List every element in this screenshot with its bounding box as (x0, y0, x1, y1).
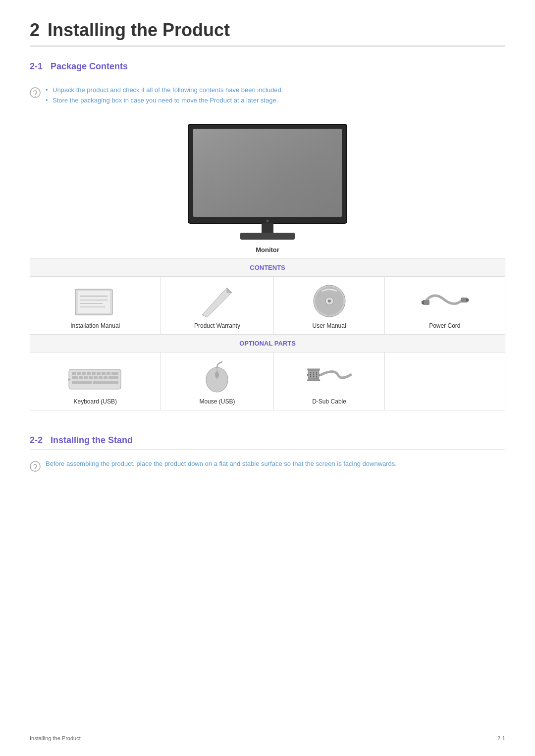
svg-point-19 (328, 300, 331, 302)
caution-text: Before assembling the product, place the… (46, 460, 397, 467)
empty-image (390, 366, 500, 401)
optional-item-mouse: Mouse (USB) (160, 353, 274, 410)
optional-header: OPTIONAL PARTS (239, 340, 296, 347)
keyboard-label: Keyboard (USB) (35, 398, 155, 405)
svg-point-51 (313, 374, 314, 375)
section-2-2: 2-2 Installing the Stand Before assembli… (30, 435, 505, 472)
svg-marker-48 (307, 369, 320, 371)
keyboard-image (35, 359, 155, 394)
svg-point-57 (313, 376, 314, 377)
user-manual-label: User Manual (279, 322, 379, 329)
caution-icon (30, 461, 41, 472)
note-icon (30, 87, 41, 98)
svg-rect-9 (78, 291, 110, 313)
product-warranty-image (165, 284, 268, 318)
svg-rect-40 (104, 376, 107, 379)
svg-point-7 (267, 220, 269, 222)
svg-point-46 (215, 371, 219, 378)
contents-item-installation-manual: Installation Manual (30, 277, 160, 335)
svg-point-54 (313, 372, 314, 373)
mouse-label: Mouse (USB) (165, 398, 268, 405)
section-title-2-1: Package Contents (51, 61, 128, 72)
product-warranty-svg (200, 285, 234, 317)
dsub-image (279, 359, 379, 394)
keyboard-svg (68, 362, 122, 392)
svg-rect-37 (89, 376, 93, 379)
svg-point-56 (310, 376, 311, 377)
contents-item-product-warranty: Product Warranty (160, 277, 274, 335)
monitor-image-container: Monitor (30, 122, 505, 253)
footer-right: 2-1 (497, 735, 505, 741)
svg-rect-4 (193, 129, 342, 217)
svg-point-62 (35, 470, 36, 471)
svg-rect-34 (72, 376, 78, 379)
footer-left: Installing the Product (30, 735, 81, 741)
svg-point-50 (310, 374, 311, 375)
chapter-header: 2Installing the Product (30, 20, 505, 47)
power-cord-image (390, 284, 500, 318)
svg-rect-35 (79, 376, 83, 379)
svg-rect-43 (93, 381, 118, 384)
dsub-svg (307, 361, 352, 393)
optional-item-empty (384, 353, 505, 410)
caution-block: Before assembling the product, place the… (30, 460, 505, 472)
installation-manual-svg (73, 285, 117, 317)
product-warranty-label: Product Warranty (165, 322, 268, 329)
svg-rect-38 (94, 376, 98, 379)
optional-item-keyboard: Keyboard (USB) (30, 353, 160, 410)
monitor-image (183, 122, 352, 242)
section-header-2-1: 2-1 Package Contents (30, 61, 505, 76)
svg-rect-26 (77, 372, 81, 375)
contents-table: CONTENTS Installa (30, 258, 505, 410)
svg-marker-49 (307, 379, 320, 381)
contents-item-power-cord: Power Cord (384, 277, 505, 335)
svg-rect-27 (82, 372, 86, 375)
chapter-title: Installing the Product (48, 20, 230, 40)
note-list: Unpack the product and check if all of t… (46, 86, 283, 107)
svg-point-52 (316, 374, 317, 375)
svg-point-58 (316, 376, 317, 377)
section-number-2-2: 2-2 (30, 435, 43, 446)
power-cord-label: Power Cord (390, 322, 500, 329)
svg-rect-23 (466, 299, 469, 302)
svg-point-53 (310, 372, 311, 373)
footer: Installing the Product 2-1 (30, 731, 505, 741)
note-item-2: Store the packaging box in case you need… (46, 97, 283, 104)
cd-svg (312, 284, 347, 318)
installation-manual-label: Installation Manual (35, 322, 155, 329)
svg-marker-15 (227, 288, 232, 293)
installation-manual-image (35, 284, 155, 318)
contents-header: CONTENTS (250, 264, 285, 271)
svg-rect-39 (99, 376, 103, 379)
section-title-2-2: Installing the Stand (51, 435, 133, 446)
svg-rect-59 (307, 374, 309, 376)
mouse-image (165, 359, 268, 394)
svg-rect-29 (92, 372, 96, 375)
section-number-2-1: 2-1 (30, 61, 43, 72)
svg-rect-21 (422, 301, 424, 304)
mouse-svg (200, 361, 234, 393)
svg-rect-6 (240, 233, 295, 240)
chapter-number: 2 (30, 20, 40, 40)
svg-rect-41 (108, 376, 118, 379)
contents-item-user-manual: User Manual (274, 277, 384, 335)
svg-rect-33 (111, 372, 118, 375)
note-block: Unpack the product and check if all of t… (30, 86, 505, 107)
optional-item-dsub: D-Sub Cable (274, 353, 384, 410)
section-2-1: 2-1 Package Contents Unpack the product … (30, 61, 505, 410)
svg-rect-28 (87, 372, 91, 375)
svg-rect-32 (107, 372, 110, 375)
monitor-svg (183, 122, 352, 241)
svg-rect-30 (97, 372, 101, 375)
svg-rect-36 (84, 376, 88, 379)
section-header-2-2: 2-2 Installing the Stand (30, 435, 505, 450)
user-manual-image (279, 284, 379, 318)
power-cord-svg (420, 285, 470, 317)
note-item-1: Unpack the product and check if all of t… (46, 86, 283, 94)
svg-point-1 (35, 96, 36, 97)
svg-point-55 (316, 372, 317, 373)
svg-rect-42 (72, 381, 92, 384)
monitor-label: Monitor (30, 246, 505, 253)
svg-rect-31 (102, 372, 106, 375)
dsub-label: D-Sub Cable (279, 398, 379, 405)
